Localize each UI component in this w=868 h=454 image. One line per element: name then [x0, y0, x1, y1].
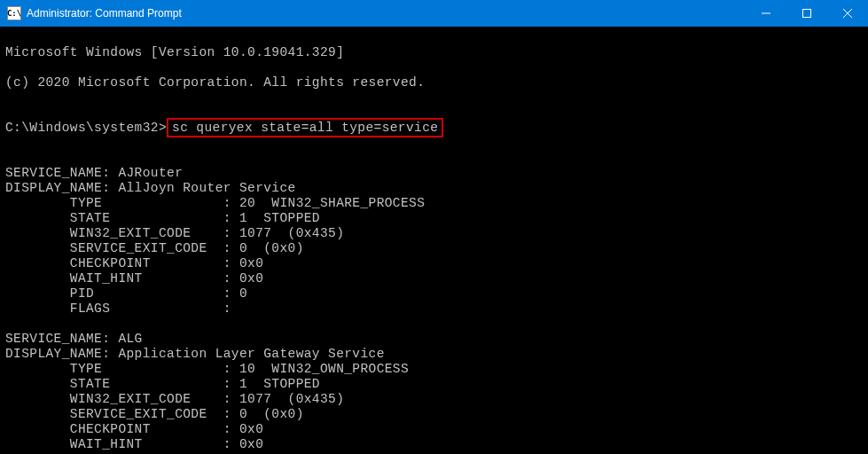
- output-line: CHECKPOINT : 0x0: [5, 422, 863, 437]
- prompt-line: C:\Windows\system32>sc queryex state=all…: [5, 121, 863, 136]
- output-line: DISPLAY_NAME: AllJoyn Router Service: [5, 181, 863, 196]
- output-line: TYPE : 10 WIN32_OWN_PROCESS: [5, 362, 863, 377]
- output-line: DISPLAY_NAME: Application Layer Gateway …: [5, 347, 863, 362]
- output-line: SERVICE_EXIT_CODE : 0 (0x0): [5, 241, 863, 256]
- service-block: SERVICE_NAME: AJRouterDISPLAY_NAME: AllJ…: [5, 166, 863, 317]
- output-line: WAIT_HINT : 0x0: [5, 437, 863, 452]
- output-line: TYPE : 20 WIN32_SHARE_PROCESS: [5, 196, 863, 211]
- output-line: WAIT_HINT : 0x0: [5, 271, 863, 286]
- output-line: STATE : 1 STOPPED: [5, 211, 863, 226]
- svg-rect-1: [803, 10, 811, 18]
- window-title: Administrator: Command Prompt: [27, 7, 182, 20]
- output-line: PID : 0: [5, 286, 863, 301]
- terminal-output[interactable]: Microsoft Windows [Version 10.0.19041.32…: [0, 27, 868, 454]
- maximize-button[interactable]: [786, 0, 827, 27]
- cmd-icon: C:\: [7, 6, 21, 20]
- titlebar[interactable]: C:\ Administrator: Command Prompt: [0, 0, 868, 27]
- command-prompt-window: C:\ Administrator: Command Prompt Micros…: [0, 0, 868, 454]
- output-line: SERVICE_NAME: AJRouter: [5, 166, 863, 181]
- service-block: SERVICE_NAME: ALGDISPLAY_NAME: Applicati…: [5, 332, 863, 454]
- output-line: WIN32_EXIT_CODE : 1077 (0x435): [5, 226, 863, 241]
- output-line: SERVICE_EXIT_CODE : 0 (0x0): [5, 407, 863, 422]
- output-line: SERVICE_NAME: ALG: [5, 332, 863, 347]
- output-line: FLAGS :: [5, 301, 863, 317]
- close-button[interactable]: [827, 0, 868, 27]
- copyright-line: (c) 2020 Microsoft Corporation. All righ…: [5, 75, 863, 90]
- command-highlight: sc queryex state=all type=service: [167, 118, 443, 137]
- output-line: CHECKPOINT : 0x0: [5, 256, 863, 271]
- prompt-path: C:\Windows\system32>: [5, 121, 167, 135]
- output-line: STATE : 1 STOPPED: [5, 377, 863, 392]
- minimize-button[interactable]: [746, 0, 786, 27]
- output-line: WIN32_EXIT_CODE : 1077 (0x435): [5, 392, 863, 407]
- version-line: Microsoft Windows [Version 10.0.19041.32…: [5, 45, 863, 60]
